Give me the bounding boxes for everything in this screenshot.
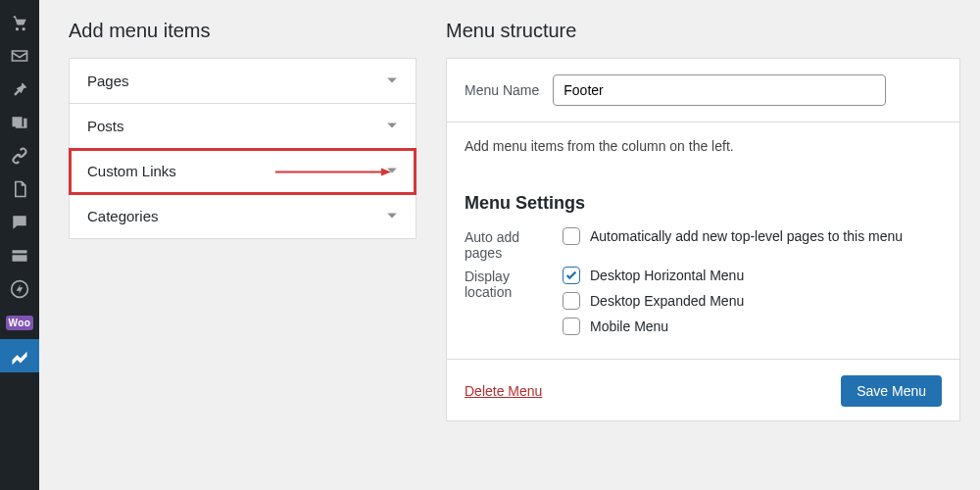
menu-name-label: Menu Name <box>465 82 539 98</box>
annotation-arrow-icon <box>275 163 393 179</box>
checkbox-icon[interactable] <box>563 227 580 245</box>
display-location-label: Display location <box>465 267 543 343</box>
accordion-item-pages[interactable]: Pages <box>70 59 416 104</box>
accordion-item-categories[interactable]: Categories <box>70 194 416 238</box>
accordion-label: Categories <box>87 208 159 224</box>
menu-name-input[interactable] <box>553 74 886 106</box>
comment-icon[interactable] <box>0 206 39 239</box>
menu-name-row: Menu Name <box>465 74 942 106</box>
media-icon[interactable] <box>0 106 39 139</box>
add-menu-items-heading: Add menu items <box>69 20 416 42</box>
accordion-label: Pages <box>87 73 129 89</box>
auto-add-setting: Auto add pages Automatically add new top… <box>465 227 942 261</box>
divider <box>447 122 959 122</box>
bolt-icon[interactable] <box>0 272 39 306</box>
accordion-label: Custom Links <box>87 163 176 179</box>
menu-items-accordion: Pages Posts Custom Links Categories <box>69 58 416 239</box>
add-menu-items-column: Add menu items Pages Posts Custom Links … <box>69 20 416 490</box>
auto-add-label: Auto add pages <box>465 227 543 261</box>
chevron-down-icon <box>386 118 398 134</box>
delete-menu-link[interactable]: Delete Menu <box>465 383 542 399</box>
menu-structure-heading: Menu structure <box>446 20 960 42</box>
display-location-setting: Display location Desktop Horizontal Menu… <box>465 267 942 343</box>
pages-icon[interactable] <box>0 172 39 206</box>
menu-structure-panel: Menu Name Add menu items from the column… <box>446 58 960 421</box>
accordion-item-posts[interactable]: Posts <box>70 104 416 149</box>
woo-icon[interactable]: Woo <box>0 306 39 339</box>
tools-icon[interactable] <box>0 339 39 372</box>
menu-settings-heading: Menu Settings <box>465 193 942 214</box>
checkbox-icon[interactable] <box>563 292 580 310</box>
cart-icon[interactable] <box>0 6 39 39</box>
option-label: Desktop Expanded Menu <box>590 293 744 309</box>
checkbox-icon[interactable] <box>563 267 580 284</box>
link-icon[interactable] <box>0 139 39 172</box>
block-icon[interactable] <box>0 239 39 272</box>
menu-structure-column: Menu structure Menu Name Add menu items … <box>446 20 960 490</box>
admin-sidebar: Woo <box>0 0 39 490</box>
location-option[interactable]: Mobile Menu <box>563 318 942 335</box>
chevron-down-icon <box>386 208 398 224</box>
chevron-down-icon <box>386 73 398 89</box>
divider <box>447 359 959 360</box>
empty-menu-hint: Add menu items from the column on the le… <box>465 138 942 154</box>
option-label: Desktop Horizontal Menu <box>590 268 744 283</box>
checkbox-icon[interactable] <box>563 318 580 335</box>
svg-point-0 <box>15 120 18 122</box>
main-content: Add menu items Pages Posts Custom Links … <box>39 0 980 490</box>
location-option[interactable]: Desktop Expanded Menu <box>563 292 942 310</box>
option-label: Automatically add new top-level pages to… <box>590 228 903 244</box>
save-menu-button[interactable]: Save Menu <box>841 375 942 407</box>
mail-icon[interactable] <box>0 39 39 73</box>
pin-icon[interactable] <box>0 73 39 106</box>
panel-footer: Delete Menu Save Menu <box>465 375 942 407</box>
location-option[interactable]: Desktop Horizontal Menu <box>563 267 942 284</box>
option-label: Mobile Menu <box>590 318 668 334</box>
accordion-item-custom-links[interactable]: Custom Links <box>70 149 416 194</box>
auto-add-option[interactable]: Automatically add new top-level pages to… <box>563 227 942 245</box>
accordion-label: Posts <box>87 118 124 134</box>
